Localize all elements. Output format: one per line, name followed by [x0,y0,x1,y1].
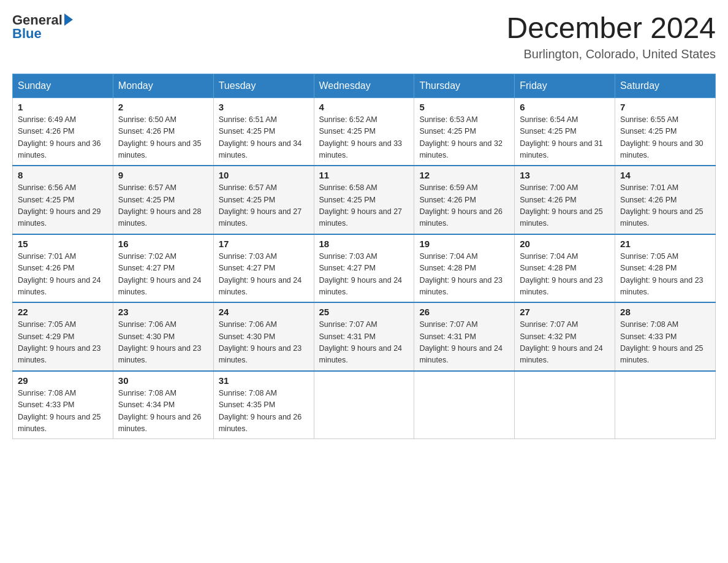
calendar-day-cell: 16 Sunrise: 7:02 AMSunset: 4:27 PMDaylig… [113,234,213,303]
day-info: Sunrise: 7:00 AMSunset: 4:26 PMDaylight:… [520,183,603,228]
weekday-header-thursday: Thursday [414,74,515,98]
calendar-day-cell: 24 Sunrise: 7:06 AMSunset: 4:30 PMDaylig… [213,302,314,371]
calendar-day-cell: 31 Sunrise: 7:08 AMSunset: 4:35 PMDaylig… [213,371,314,439]
day-info: Sunrise: 7:07 AMSunset: 4:32 PMDaylight:… [520,320,603,364]
calendar-day-cell: 14 Sunrise: 7:01 AMSunset: 4:26 PMDaylig… [615,166,716,234]
weekday-header-sunday: Sunday [13,74,113,98]
day-number: 19 [419,239,509,249]
calendar-day-cell: 18 Sunrise: 7:03 AMSunset: 4:27 PMDaylig… [314,234,414,303]
calendar-day-cell: 23 Sunrise: 7:06 AMSunset: 4:30 PMDaylig… [113,302,213,371]
day-number: 4 [319,102,409,112]
weekday-header-saturday: Saturday [615,74,716,98]
calendar-day-cell: 19 Sunrise: 7:04 AMSunset: 4:28 PMDaylig… [414,234,515,303]
calendar-day-cell [414,371,515,439]
calendar-day-cell: 28 Sunrise: 7:08 AMSunset: 4:33 PMDaylig… [615,302,716,371]
day-number: 17 [219,239,309,249]
calendar-day-cell: 10 Sunrise: 6:57 AMSunset: 4:25 PMDaylig… [213,166,314,234]
calendar-day-cell: 1 Sunrise: 6:49 AMSunset: 4:26 PMDayligh… [13,98,113,166]
calendar-day-cell: 8 Sunrise: 6:56 AMSunset: 4:25 PMDayligh… [13,166,113,234]
calendar-day-cell: 7 Sunrise: 6:55 AMSunset: 4:25 PMDayligh… [615,98,716,166]
day-number: 28 [620,307,710,317]
day-info: Sunrise: 7:04 AMSunset: 4:28 PMDaylight:… [419,252,502,296]
day-info: Sunrise: 6:55 AMSunset: 4:25 PMDaylight:… [620,115,703,159]
day-info: Sunrise: 6:57 AMSunset: 4:25 PMDaylight:… [118,183,202,228]
day-info: Sunrise: 6:56 AMSunset: 4:25 PMDaylight:… [18,183,101,228]
day-info: Sunrise: 7:07 AMSunset: 4:31 PMDaylight:… [419,320,502,364]
day-number: 10 [219,170,309,180]
day-number: 7 [620,102,710,112]
calendar-day-cell [515,371,615,439]
month-title: December 2024 [506,12,716,45]
calendar-day-cell: 6 Sunrise: 6:54 AMSunset: 4:25 PMDayligh… [515,98,615,166]
day-info: Sunrise: 7:03 AMSunset: 4:27 PMDaylight:… [319,252,403,296]
day-number: 12 [419,170,509,180]
calendar-day-cell: 17 Sunrise: 7:03 AMSunset: 4:27 PMDaylig… [213,234,314,303]
calendar-day-cell: 20 Sunrise: 7:04 AMSunset: 4:28 PMDaylig… [515,234,615,303]
day-info: Sunrise: 7:03 AMSunset: 4:27 PMDaylight:… [219,252,302,296]
day-number: 16 [118,239,208,249]
calendar-day-cell: 9 Sunrise: 6:57 AMSunset: 4:25 PMDayligh… [113,166,213,234]
location-subtitle: Burlington, Colorado, United States [506,47,716,61]
day-number: 21 [620,239,710,249]
day-info: Sunrise: 7:05 AMSunset: 4:29 PMDaylight:… [18,320,101,364]
weekday-header-wednesday: Wednesday [314,74,414,98]
calendar-day-cell: 30 Sunrise: 7:08 AMSunset: 4:34 PMDaylig… [113,371,213,439]
day-info: Sunrise: 6:52 AMSunset: 4:25 PMDaylight:… [319,115,403,159]
calendar-day-cell: 11 Sunrise: 6:58 AMSunset: 4:25 PMDaylig… [314,166,414,234]
calendar-week-row: 15 Sunrise: 7:01 AMSunset: 4:26 PMDaylig… [13,234,716,303]
day-number: 23 [118,307,208,317]
calendar-week-row: 29 Sunrise: 7:08 AMSunset: 4:33 PMDaylig… [13,371,716,439]
day-info: Sunrise: 7:06 AMSunset: 4:30 PMDaylight:… [219,320,302,364]
day-number: 30 [118,375,208,386]
day-info: Sunrise: 7:04 AMSunset: 4:28 PMDaylight:… [520,252,603,296]
day-number: 1 [18,102,108,112]
calendar-day-cell: 27 Sunrise: 7:07 AMSunset: 4:32 PMDaylig… [515,302,615,371]
calendar-day-cell: 4 Sunrise: 6:52 AMSunset: 4:25 PMDayligh… [314,98,414,166]
day-number: 2 [118,102,208,112]
day-info: Sunrise: 6:50 AMSunset: 4:26 PMDaylight:… [118,115,202,159]
calendar-week-row: 8 Sunrise: 6:56 AMSunset: 4:25 PMDayligh… [13,166,716,234]
day-info: Sunrise: 6:54 AMSunset: 4:25 PMDaylight:… [520,115,603,159]
day-info: Sunrise: 7:01 AMSunset: 4:26 PMDaylight:… [18,252,101,296]
page-header: General Blue December 2024 Burlington, C… [12,12,716,61]
day-info: Sunrise: 7:06 AMSunset: 4:30 PMDaylight:… [118,320,202,364]
calendar-day-cell: 15 Sunrise: 7:01 AMSunset: 4:26 PMDaylig… [13,234,113,303]
day-info: Sunrise: 7:08 AMSunset: 4:34 PMDaylight:… [118,389,202,433]
day-number: 18 [319,239,409,249]
calendar-day-cell: 22 Sunrise: 7:05 AMSunset: 4:29 PMDaylig… [13,302,113,371]
logo-arrow-icon [64,13,73,26]
day-info: Sunrise: 6:57 AMSunset: 4:25 PMDaylight:… [219,183,302,228]
day-number: 25 [319,307,409,317]
day-info: Sunrise: 7:08 AMSunset: 4:33 PMDaylight:… [620,320,703,364]
day-number: 11 [319,170,409,180]
calendar-day-cell: 3 Sunrise: 6:51 AMSunset: 4:25 PMDayligh… [213,98,314,166]
calendar-day-cell: 21 Sunrise: 7:05 AMSunset: 4:28 PMDaylig… [615,234,716,303]
calendar-day-cell: 25 Sunrise: 7:07 AMSunset: 4:31 PMDaylig… [314,302,414,371]
day-info: Sunrise: 6:59 AMSunset: 4:26 PMDaylight:… [419,183,502,228]
weekday-header-friday: Friday [515,74,615,98]
logo-text-blue: Blue [12,26,73,42]
day-number: 29 [18,375,108,386]
day-info: Sunrise: 6:58 AMSunset: 4:25 PMDaylight:… [319,183,403,228]
day-number: 8 [18,170,108,180]
day-number: 13 [520,170,610,180]
calendar-day-cell [314,371,414,439]
weekday-header-monday: Monday [113,74,213,98]
day-info: Sunrise: 6:49 AMSunset: 4:26 PMDaylight:… [18,115,101,159]
day-info: Sunrise: 7:08 AMSunset: 4:33 PMDaylight:… [18,389,101,433]
day-number: 20 [520,239,610,249]
calendar-day-cell: 12 Sunrise: 6:59 AMSunset: 4:26 PMDaylig… [414,166,515,234]
calendar-week-row: 1 Sunrise: 6:49 AMSunset: 4:26 PMDayligh… [13,98,716,166]
day-number: 9 [118,170,208,180]
day-info: Sunrise: 7:07 AMSunset: 4:31 PMDaylight:… [319,320,403,364]
day-number: 3 [219,102,309,112]
calendar-day-cell: 13 Sunrise: 7:00 AMSunset: 4:26 PMDaylig… [515,166,615,234]
day-number: 5 [419,102,509,112]
calendar-day-cell: 5 Sunrise: 6:53 AMSunset: 4:25 PMDayligh… [414,98,515,166]
day-number: 24 [219,307,309,317]
calendar-week-row: 22 Sunrise: 7:05 AMSunset: 4:29 PMDaylig… [13,302,716,371]
weekday-header-row: SundayMondayTuesdayWednesdayThursdayFrid… [13,74,716,98]
day-number: 14 [620,170,710,180]
day-number: 6 [520,102,610,112]
day-info: Sunrise: 7:05 AMSunset: 4:28 PMDaylight:… [620,252,703,296]
